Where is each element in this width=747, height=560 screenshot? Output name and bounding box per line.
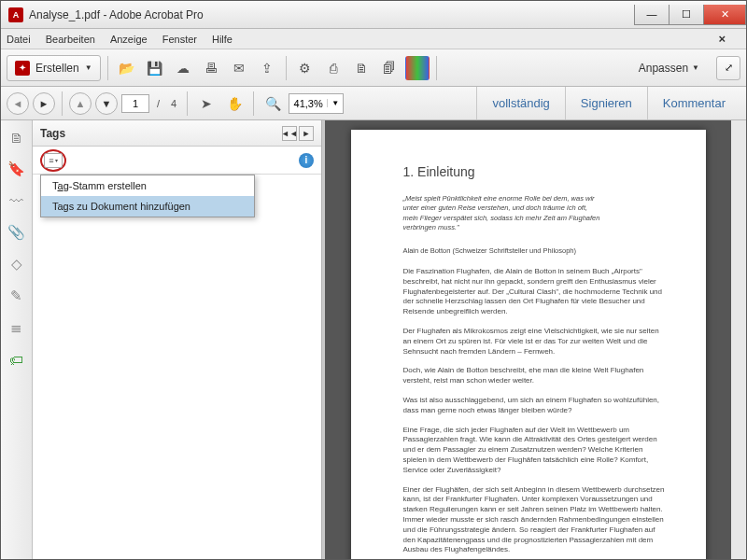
tool3-icon[interactable]: 🗐: [377, 56, 402, 80]
hand-tool-icon[interactable]: ✋: [222, 91, 247, 116]
info-icon[interactable]: i: [299, 153, 314, 168]
tool1-icon[interactable]: ⎙: [321, 56, 345, 80]
nav-rail: 🗎 🔖 〰 📎 ◇ ✎ ≣ 🏷: [1, 120, 33, 559]
tags-toolbar: ≡▾ i: [33, 147, 321, 175]
page-total: 4: [171, 98, 176, 109]
create-icon: ✦: [15, 61, 30, 76]
color-icon[interactable]: [405, 56, 430, 80]
prev-view-button[interactable]: ◄: [7, 92, 29, 115]
thumbnails-icon[interactable]: 🗎: [7, 128, 26, 147]
doc-para: Der Flughafen als Mikrokosmos zeigt eine…: [403, 327, 669, 357]
cloud-icon[interactable]: ☁: [171, 56, 195, 80]
open-icon[interactable]: 📂: [115, 56, 139, 80]
doc-author: Alain de Botton (Schweizer Schriftstelle…: [403, 246, 669, 256]
separator: [62, 91, 63, 116]
page-input[interactable]: [121, 94, 149, 113]
document-area[interactable]: 1. Einleitung „Meist spielt Pünktlichkei…: [325, 120, 731, 559]
create-label: Erstellen: [35, 62, 79, 75]
create-button[interactable]: ✦ Erstellen ▼: [7, 55, 101, 81]
menu-datei[interactable]: Datei: [7, 34, 31, 45]
doc-para: Einer der Flughäfen, der sich seit Anbeg…: [403, 485, 669, 556]
bookmarks-icon[interactable]: 🔖: [7, 160, 26, 178]
print-icon[interactable]: 🖶: [199, 56, 223, 80]
chevron-down-icon: ▼: [692, 63, 699, 72]
edit-icon[interactable]: ✎: [7, 287, 26, 305]
tags-icon[interactable]: 🏷: [7, 350, 26, 369]
menu-create-tag-root[interactable]: Tag-Stamm erstellen: [41, 175, 254, 196]
save-icon[interactable]: 💾: [143, 56, 167, 80]
chevron-down-icon: ▼: [85, 63, 92, 72]
panel-prev-button[interactable]: ◄◄: [282, 126, 297, 141]
tags-panel: Tags ◄◄ ► ≡▾ i Tag-Stamm erstellen Tags …: [33, 120, 322, 559]
separator: [107, 56, 108, 80]
doc-para: Doch, wie Alain de Botton beschreibt, eh…: [403, 366, 669, 386]
doc-quote: „Meist spielt Pünktlichkeit eine enorme …: [403, 194, 602, 233]
panel-next-button[interactable]: ►: [299, 126, 314, 141]
menu-bearbeiten[interactable]: Bearbeiten: [46, 34, 95, 45]
export-icon[interactable]: ⇪: [255, 56, 279, 80]
separator: [286, 56, 287, 80]
customize-button[interactable]: Anpassen ▼: [631, 62, 707, 75]
separator: [253, 91, 254, 116]
pdf-page: 1. Einleitung „Meist spielt Pünktlichkei…: [351, 130, 706, 559]
doc-para: Was ist also ausschlaggebend, um sich an…: [403, 396, 669, 416]
separator: [436, 56, 437, 80]
scrollbar[interactable]: [731, 120, 746, 559]
tags-title: Tags: [40, 127, 65, 140]
page-up-button[interactable]: ▲: [69, 92, 92, 115]
app-icon: A: [8, 7, 23, 22]
window-title: Analyse_1.pdf - Adobe Acrobat Pro: [29, 8, 635, 21]
signatures-icon[interactable]: 〰: [7, 191, 26, 210]
main-toolbar: ✦ Erstellen ▼ 📂 💾 ☁ 🖶 ✉ ⇪ ⚙ ⎙ 🗎 🗐 Anpass…: [1, 49, 746, 87]
comment-button[interactable]: Kommentar: [647, 87, 740, 119]
page-sep: /: [157, 98, 160, 109]
next-view-button[interactable]: ►: [33, 92, 55, 115]
doc-para: Die Faszination Flughafen, die Alain de …: [403, 267, 669, 317]
attachments-icon[interactable]: 📎: [7, 223, 26, 242]
customize-label: Anpassen: [639, 62, 688, 75]
zoom-dropdown-icon[interactable]: ▼: [327, 99, 343, 107]
menu-hilfe[interactable]: Hilfe: [212, 34, 233, 45]
order-icon[interactable]: ≣: [7, 318, 26, 337]
sign-button[interactable]: Signieren: [565, 87, 647, 119]
close-button[interactable]: ✕: [703, 5, 746, 25]
tags-options-button[interactable]: ≡▾: [40, 149, 66, 172]
mail-icon[interactable]: ✉: [227, 56, 251, 80]
menu-fenster[interactable]: Fenster: [162, 34, 197, 45]
menubar: Datei Bearbeiten Anzeige Fenster Hilfe ×: [1, 29, 746, 49]
doc-heading: 1. Einleitung: [403, 163, 669, 181]
nav-toolbar: ◄ ► ▲ ▼ / 4 ➤ ✋ 🔍 ▼ vollständig Signiere…: [1, 87, 746, 120]
minimize-button[interactable]: —: [634, 5, 669, 25]
doc-para: Eine Frage, die sich jeder Flughafen auf…: [403, 426, 669, 476]
layers-icon[interactable]: ◇: [7, 255, 26, 273]
zoom-tool-icon[interactable]: 🔍: [261, 91, 285, 116]
page-down-button[interactable]: ▼: [95, 92, 118, 115]
menu-add-tags-to-document[interactable]: Tags zu Dokument hinzufügen: [41, 196, 254, 217]
menu-anzeige[interactable]: Anzeige: [110, 34, 148, 45]
zoom-field[interactable]: ▼: [289, 93, 344, 114]
select-tool-icon[interactable]: ➤: [194, 91, 218, 116]
tool2-icon[interactable]: 🗎: [349, 56, 374, 80]
zoom-input[interactable]: [289, 98, 327, 109]
expand-button[interactable]: ⤢: [716, 56, 740, 80]
tags-options-menu: Tag-Stamm erstellen Tags zu Dokument hin…: [40, 175, 255, 217]
fullscreen-button[interactable]: vollständig: [476, 87, 564, 119]
menu-close-icon[interactable]: ×: [718, 32, 726, 46]
titlebar: A Analyse_1.pdf - Adobe Acrobat Pro — ☐ …: [1, 1, 746, 29]
separator: [187, 91, 188, 116]
gear-icon[interactable]: ⚙: [293, 56, 317, 80]
maximize-button[interactable]: ☐: [669, 5, 704, 25]
tags-header: Tags ◄◄ ►: [33, 120, 321, 147]
